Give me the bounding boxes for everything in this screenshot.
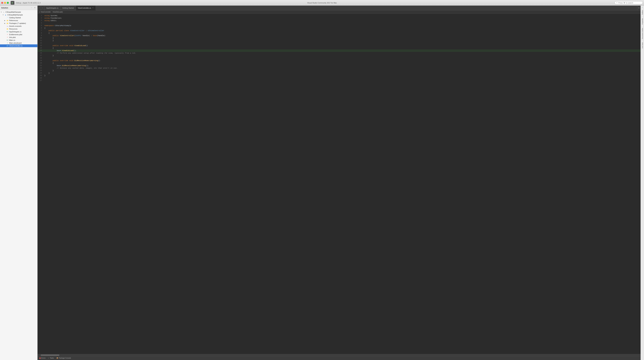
code-line: 23 } bbox=[38, 69, 640, 72]
breadcrumb-viewcontroller[interactable]: ViewController bbox=[41, 11, 51, 13]
sidebar-tree: ▼ ◇ CSharpMathSample ▼ ◈ CSharpMathSampl… bbox=[0, 10, 37, 360]
tasks-status[interactable]: ✓ Tasks bbox=[48, 357, 54, 359]
arrow-icon: ▼ bbox=[2, 14, 4, 16]
folder-icon: 📁 bbox=[6, 28, 9, 30]
code-line: 3 using UIKit; bbox=[38, 19, 640, 22]
breadcrumb-method[interactable]: ViewDidLoad() bbox=[52, 11, 63, 13]
plist-icon: P bbox=[6, 36, 9, 38]
sidebar-item-label: Assets.xcassets bbox=[9, 25, 37, 27]
sidebar-add-icon[interactable]: ✕ bbox=[34, 6, 36, 9]
code-line: 27 bbox=[38, 79, 640, 82]
arrow-icon: ▶ bbox=[4, 23, 6, 24]
storyboard-icon: S bbox=[6, 42, 9, 44]
sidebar-item-getting-started[interactable]: 📄 Getting Started bbox=[0, 16, 37, 19]
panel-divider bbox=[641, 26, 644, 26]
sidebar-item-label: Packages (7 updates) bbox=[9, 22, 37, 24]
main-area: Solution − ✕ ▼ ◇ CSharpMathSample ▼ ◈ CS… bbox=[0, 6, 644, 360]
sidebar-item-label: Main.cs bbox=[9, 39, 37, 41]
sidebar-item-entitlements[interactable]: P Entitlements.plist bbox=[0, 33, 37, 36]
unit-tests-panel-item[interactable]: Unit Tests bbox=[641, 41, 644, 49]
horizontal-scrollbar[interactable] bbox=[38, 354, 640, 356]
scrollbar-thumb[interactable] bbox=[41, 355, 60, 356]
code-line: 19 public override void DidReceiveMemory… bbox=[38, 59, 640, 62]
sidebar-item-label: AppDelegate.cs bbox=[9, 31, 37, 33]
sidebar-item-main-cs[interactable]: C# Main.cs bbox=[0, 39, 37, 41]
run-icon: ▶ bbox=[12, 2, 13, 3]
code-line: 10 { bbox=[38, 37, 640, 39]
breadcrumb-bar: ⊕ ViewController › ViewDidLoad() bbox=[38, 10, 640, 14]
tab-appdelegate[interactable]: AppDelegate.cs bbox=[44, 6, 60, 10]
code-line: 14 { bbox=[38, 47, 640, 49]
sidebar-item-info[interactable]: P Info.plist bbox=[0, 36, 37, 39]
sidebar-item-label: Resources bbox=[9, 28, 37, 30]
code-line: 4 bbox=[38, 22, 640, 24]
breadcrumb-sep: › bbox=[22, 2, 22, 4]
code-line: 18 bbox=[38, 57, 640, 59]
code-line: 16 // Perform any additional setup after… bbox=[38, 52, 640, 54]
search-input[interactable] bbox=[618, 2, 641, 4]
sidebar-collapse-icon[interactable]: − bbox=[30, 6, 33, 9]
folder-icon: 📁 bbox=[6, 19, 9, 21]
sidebar-item-solution[interactable]: ▼ ◇ CSharpMathSample bbox=[0, 11, 37, 13]
sidebar-item-appdelegate[interactable]: C# AppDelegate.cs bbox=[0, 30, 37, 33]
solution-icon: ◇ bbox=[2, 11, 5, 13]
sidebar-item-main-storyboard[interactable]: S Main.storyboard bbox=[0, 41, 37, 44]
minimize-button[interactable] bbox=[4, 2, 6, 4]
xcassets-icon: 🗂 bbox=[6, 25, 9, 27]
app-title: Visual Studio Community 2017 for Mac bbox=[307, 2, 337, 4]
tab-label: AppDelegate.cs bbox=[46, 7, 58, 9]
plist-icon: P bbox=[6, 33, 9, 36]
breadcrumb-sep: › bbox=[52, 11, 52, 13]
code-line: 13 public override void ViewDidLoad() bbox=[38, 44, 640, 47]
code-line: 1 using System; bbox=[38, 14, 640, 17]
sidebar-item-label: CSharpMathSample bbox=[7, 14, 37, 16]
debug-label: Debug bbox=[16, 2, 21, 4]
project-icon: ◈ bbox=[4, 14, 7, 16]
sidebar-item-packages[interactable]: ▶ 📁 Packages (7 updates) bbox=[0, 22, 37, 25]
tab-getting-started[interactable]: Getting Started bbox=[60, 6, 76, 10]
tab-next-button[interactable]: › bbox=[41, 6, 44, 10]
sidebar-item-label: Entitlements.plist bbox=[9, 33, 37, 35]
run-button[interactable]: ▶ bbox=[11, 1, 14, 5]
code-editor[interactable]: 1 using System; 2 using Foundation; 3 us… bbox=[38, 14, 640, 354]
sidebar-item-label: Info.plist bbox=[9, 36, 37, 38]
errors-dot bbox=[40, 358, 41, 359]
sidebar-item-resources[interactable]: 📁 Resources bbox=[0, 27, 37, 30]
code-line: 24 } bbox=[38, 72, 640, 74]
tab-label: Getting Started bbox=[62, 7, 74, 9]
code-line: 11 } bbox=[38, 39, 640, 42]
code-line: 26 bbox=[38, 77, 640, 79]
close-button[interactable] bbox=[1, 2, 3, 4]
sidebar-item-references[interactable]: ▶ 📁 References bbox=[0, 19, 37, 22]
tab-prev-button[interactable]: ‹ bbox=[38, 6, 41, 10]
code-line: 17 } bbox=[38, 54, 640, 57]
package-console-status[interactable]: 📦 Package Console bbox=[56, 357, 71, 359]
maximize-button[interactable] bbox=[7, 2, 9, 4]
errors-status[interactable]: Errors bbox=[40, 357, 46, 359]
tab-close-button[interactable]: ✕ bbox=[92, 7, 94, 9]
tab-viewcontroller[interactable]: ViewController.cs ✕ bbox=[76, 6, 96, 10]
document-outline-panel-item[interactable]: Document Outline bbox=[641, 27, 644, 40]
right-panel: ✓ Toolbox Properties Document Outline Un… bbox=[640, 6, 644, 360]
sidebar-item-project[interactable]: ▼ ◈ CSharpMathSample bbox=[0, 13, 37, 16]
tab-dropdown-button[interactable]: ▾ bbox=[637, 6, 640, 10]
errors-label: Errors bbox=[41, 357, 46, 359]
code-line: 5 namespace CSharpMathSample bbox=[38, 24, 640, 27]
cs-icon: C# bbox=[6, 31, 9, 33]
sidebar-item-assets[interactable]: 🗂 Assets.xcassets bbox=[0, 25, 37, 27]
search-icon: ⌘ bbox=[616, 2, 618, 4]
sidebar: Solution − ✕ ▼ ◇ CSharpMathSample ▼ ◈ CS… bbox=[0, 6, 38, 360]
cs-icon: C# bbox=[6, 45, 9, 47]
sidebar-item-label: Getting Started bbox=[9, 17, 37, 18]
toolbox-panel-item[interactable]: Toolbox bbox=[641, 9, 644, 16]
properties-panel-item[interactable]: Properties bbox=[641, 17, 644, 25]
breadcrumb-icon: ⊕ bbox=[39, 11, 40, 13]
sidebar-toolbar: − ✕ bbox=[30, 6, 36, 9]
search-box[interactable]: ⌘ bbox=[614, 1, 643, 4]
code-line: 25 } bbox=[38, 74, 640, 77]
tab-label: ViewController.cs bbox=[78, 7, 91, 9]
code-line: 7 public partial class ViewController : … bbox=[38, 29, 640, 32]
code-line: 22 // Release any cached data, images, e… bbox=[38, 67, 640, 69]
sidebar-item-viewcontroller[interactable]: C# ViewController.cs bbox=[0, 44, 37, 47]
package-console-label: Package Console bbox=[59, 357, 71, 359]
